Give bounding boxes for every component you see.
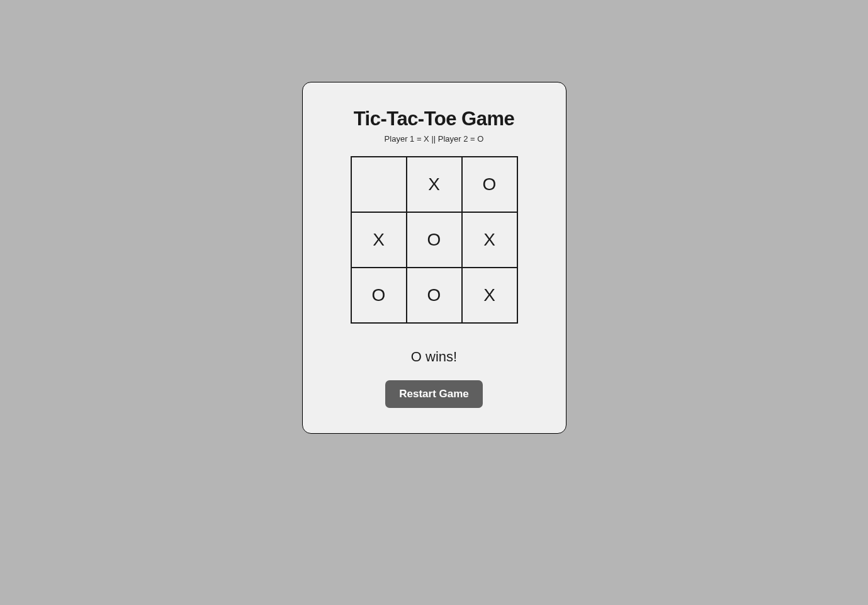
cell-5[interactable]: X [462, 212, 517, 268]
cell-3[interactable]: X [351, 212, 407, 268]
cell-0[interactable] [351, 157, 407, 212]
game-board: X O X O X O O X [351, 156, 518, 324]
cell-1[interactable]: X [407, 157, 462, 212]
cell-2[interactable]: O [462, 157, 517, 212]
cell-6[interactable]: O [351, 268, 407, 323]
restart-button[interactable]: Restart Game [385, 380, 483, 408]
game-title: Tic-Tac-Toe Game [354, 108, 515, 130]
cell-4[interactable]: O [407, 212, 462, 268]
cell-8[interactable]: X [462, 268, 517, 323]
cell-7[interactable]: O [407, 268, 462, 323]
game-subtitle: Player 1 = X || Player 2 = O [385, 134, 484, 144]
status-message: O wins! [411, 349, 457, 365]
game-container: Tic-Tac-Toe Game Player 1 = X || Player … [302, 82, 566, 434]
